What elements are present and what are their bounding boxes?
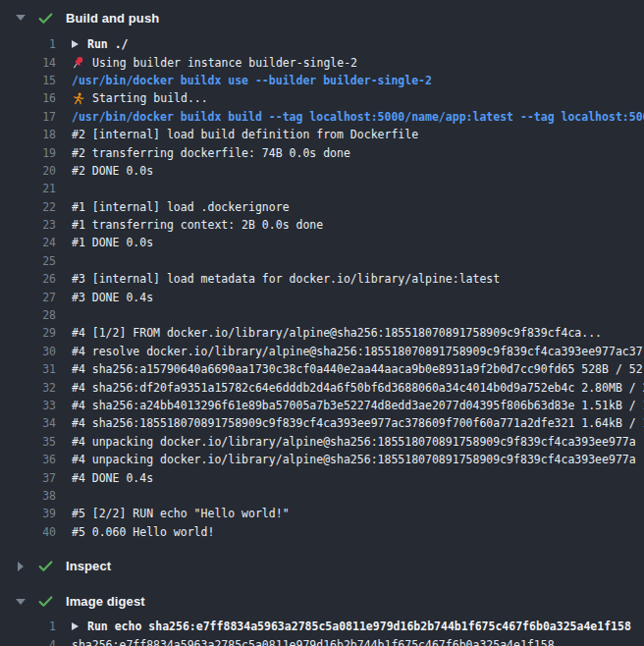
line-number[interactable]: 34 — [0, 416, 56, 430]
line-number[interactable]: 21 — [0, 182, 56, 195]
line-number[interactable]: 15 — [0, 74, 56, 87]
line-content: #4 DONE 0.4s — [72, 471, 644, 485]
line-content: #2 [internal] load build definition from… — [72, 128, 644, 141]
line-number[interactable]: 36 — [0, 453, 56, 466]
line-number[interactable]: 40 — [0, 525, 56, 539]
line-text: #1 DONE 0.0s — [72, 236, 153, 249]
line-content[interactable]: Run ./ — [72, 37, 644, 51]
runner-icon — [72, 92, 84, 105]
section-header[interactable]: Inspect — [0, 549, 644, 584]
line-number[interactable]: 30 — [0, 345, 56, 358]
line-number[interactable]: 29 — [0, 326, 56, 340]
line-number[interactable]: 39 — [0, 507, 56, 520]
log-line: 14 Using builder instance builder-single… — [0, 53, 644, 71]
line-text: #4 sha256:df20fa9351a15782c64e6dddb2d4a6… — [72, 381, 644, 395]
line-content: #2 DONE 0.0s — [72, 164, 644, 178]
log-line: 31 #4 sha256:a15790640a6690aa1730c38cf0a… — [0, 360, 644, 378]
line-content: /usr/bin/docker buildx use --builder bui… — [72, 74, 644, 87]
log-line: 27 #3 DONE 0.4s — [0, 288, 644, 305]
line-number[interactable]: 4 — [0, 638, 56, 646]
line-number[interactable]: 28 — [0, 308, 56, 322]
line-content: #5 0.060 Hello world! — [72, 525, 644, 539]
log-line: 18 #2 [internal] load build definition f… — [0, 126, 644, 143]
line-text: #2 DONE 0.0s — [72, 164, 153, 178]
log-line: 35 #4 unpacking docker.io/library/alpine… — [0, 433, 644, 451]
log-line: 1 Run ./ — [0, 35, 644, 53]
line-text: #2 [internal] load build definition from… — [72, 128, 418, 141]
line-number[interactable]: 19 — [0, 146, 56, 160]
line-number[interactable]: 31 — [0, 362, 56, 376]
line-number[interactable]: 26 — [0, 272, 56, 286]
log-line: 40 #5 0.060 Hello world! — [0, 523, 644, 541]
line-content: #4 unpacking docker.io/library/alpine@sh… — [72, 435, 644, 449]
line-number[interactable]: 22 — [0, 200, 56, 214]
line-number[interactable]: 25 — [0, 254, 56, 268]
line-text: /usr/bin/docker buildx build --tag local… — [72, 110, 644, 124]
line-number[interactable]: 37 — [0, 471, 56, 485]
log-line: 36 #4 unpacking docker.io/library/alpine… — [0, 451, 644, 468]
section-header[interactable]: Image digest — [0, 586, 644, 618]
line-content: Using builder instance builder-single-2 — [72, 56, 644, 70]
section-title: Build and push — [66, 11, 159, 26]
section-title: Inspect — [66, 559, 111, 573]
line-number[interactable]: 1 — [0, 619, 56, 633]
section-header[interactable]: Build and push — [0, 0, 644, 35]
line-text: #5 [2/2] RUN echo "Hello world!" — [72, 507, 290, 520]
line-text: Starting build... — [92, 91, 208, 105]
line-text: sha256:e7ff8834a5963a2785c5a0811e979d16b… — [72, 638, 555, 646]
line-number[interactable]: 33 — [0, 399, 56, 412]
line-content: #5 [2/2] RUN echo "Hello world!" — [72, 507, 644, 520]
line-number[interactable]: 23 — [0, 218, 56, 232]
play-icon — [72, 40, 79, 48]
line-text: #4 sha256:a24bb4013296f61e89ba57005a7b3e… — [72, 399, 644, 412]
line-number[interactable]: 14 — [0, 56, 56, 70]
section-title: Image digest — [66, 594, 145, 609]
log-section-build-and-push: Build and push 1 Run ./ 14 Using builder… — [0, 0, 644, 541]
check-icon — [37, 10, 54, 27]
log-line: 22 #1 [internal] load .dockerignore — [0, 198, 644, 216]
line-text: #1 [internal] load .dockerignore — [72, 200, 290, 214]
line-number[interactable]: 18 — [0, 128, 56, 141]
line-number[interactable]: 20 — [0, 164, 56, 178]
line-content: #4 unpacking docker.io/library/alpine@sh… — [72, 453, 644, 466]
line-content: #4 sha256:df20fa9351a15782c64e6dddb2d4a6… — [72, 381, 644, 395]
line-text: #1 transferring context: 2B 0.0s done — [72, 218, 323, 232]
line-content: #3 [internal] load metadata for docker.i… — [72, 272, 644, 286]
log-line: 37 #4 DONE 0.4s — [0, 468, 644, 486]
log-line: 19 #2 transferring dockerfile: 74B 0.0s … — [0, 143, 644, 161]
line-content: #4 sha256:a15790640a6690aa1730c38cf0a440… — [72, 362, 644, 376]
line-number[interactable]: 16 — [0, 91, 56, 105]
line-content: #1 DONE 0.0s — [72, 236, 644, 249]
line-content[interactable]: Run echo sha256:e7ff8834a5963a2785c5a081… — [72, 619, 644, 633]
line-content: #2 transferring dockerfile: 74B 0.0s don… — [72, 146, 644, 160]
log-line: 16 Starting build... — [0, 89, 644, 107]
log-line: 20 #2 DONE 0.0s — [0, 162, 644, 180]
line-number[interactable]: 32 — [0, 381, 56, 395]
line-content: #4 sha256:a24bb4013296f61e89ba57005a7b3e… — [72, 399, 644, 412]
line-content: #1 [internal] load .dockerignore — [72, 200, 644, 214]
line-content: /usr/bin/docker buildx build --tag local… — [72, 110, 644, 124]
line-number[interactable]: 17 — [0, 110, 56, 124]
log-line: 26 #3 [internal] load metadata for docke… — [0, 270, 644, 288]
section-lines: 1 Run ./ 14 Using builder instance build… — [0, 35, 644, 541]
line-number[interactable]: 24 — [0, 236, 56, 249]
line-content: #1 transferring context: 2B 0.0s done — [72, 218, 644, 232]
line-number[interactable]: 38 — [0, 489, 56, 503]
log-line: 39 #5 [2/2] RUN echo "Hello world!" — [0, 505, 644, 522]
line-text: #4 sha256:185518070891758909c9f839cf4ca3… — [72, 416, 644, 430]
play-icon — [72, 622, 79, 630]
log-line: 24 #1 DONE 0.0s — [0, 234, 644, 251]
log-line: 21 — [0, 180, 644, 197]
check-icon — [37, 558, 54, 574]
line-number[interactable]: 1 — [0, 37, 56, 51]
section-lines: 1 Run echo sha256:e7ff8834a5963a2785c5a0… — [0, 618, 644, 646]
line-content: sha256:e7ff8834a5963a2785c5a0811e979d16b… — [72, 638, 644, 646]
line-number[interactable]: 27 — [0, 291, 56, 304]
line-text: #5 0.060 Hello world! — [72, 525, 214, 539]
line-content: #4 [1/2] FROM docker.io/library/alpine@s… — [72, 326, 644, 340]
log-line: 23 #1 transferring context: 2B 0.0s done — [0, 216, 644, 234]
line-number[interactable]: 35 — [0, 435, 56, 449]
log-line: 25 — [0, 252, 644, 270]
log-section-image-digest: Image digest 1 Run echo sha256:e7ff8834a… — [0, 586, 644, 646]
line-text: #3 DONE 0.4s — [72, 291, 153, 304]
